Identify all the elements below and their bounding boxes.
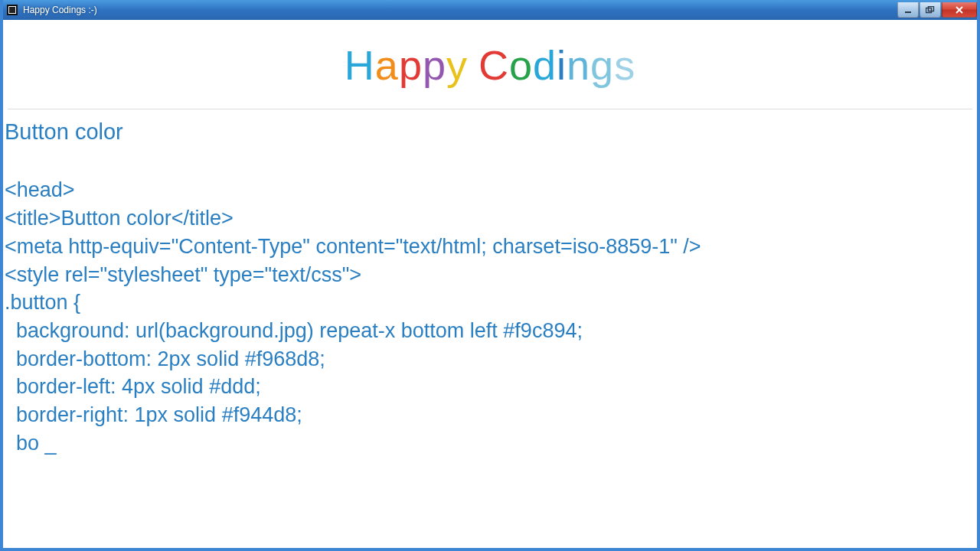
logo-area: HappyCodings [8, 20, 972, 109]
logo-letter: s [614, 41, 635, 89]
logo-letter: g [590, 41, 614, 89]
code-line: <head> [5, 176, 975, 204]
logo-letter: o [509, 41, 533, 89]
logo-letter: d [533, 41, 557, 89]
code-line: <title>Button color</title> [5, 204, 975, 233]
maximize-button[interactable] [920, 2, 941, 18]
titlebar-left: Happy Codings :-) [6, 4, 97, 16]
window-frame: Happy Codings :-) HappyCod [0, 0, 980, 551]
code-line: .button { [5, 289, 975, 317]
logo-letter: i [557, 41, 567, 89]
code-line: border-right: 1px solid #f944d8; [5, 401, 975, 429]
minimize-button[interactable] [897, 2, 919, 18]
svg-rect-2 [9, 7, 15, 13]
logo-letter: y [446, 41, 468, 89]
logo-letter: H [345, 41, 375, 89]
titlebar[interactable]: Happy Codings :-) [3, 0, 977, 20]
close-button[interactable] [942, 2, 977, 18]
code-line: background: url(background.jpg) repeat-x… [5, 317, 975, 345]
client-area: HappyCodings Button color <head> <title>… [3, 20, 977, 548]
code-line: <meta http-equiv="Content-Type" content=… [5, 233, 975, 261]
svg-rect-3 [905, 11, 911, 13]
code-line: border-bottom: 2px solid #f968d8; [5, 345, 975, 373]
logo-letter: p [399, 41, 423, 89]
window-title: Happy Codings :-) [23, 5, 97, 15]
code-line: <style rel="stylesheet" type="text/css"> [5, 261, 975, 289]
app-icon [6, 4, 18, 16]
window-controls [897, 2, 977, 18]
logo-text: HappyCodings [345, 41, 635, 89]
code-line: bo _ [5, 429, 975, 458]
logo-letter: p [423, 41, 446, 89]
logo-letter: C [479, 41, 509, 89]
logo-letter: a [375, 41, 399, 89]
code-line: border-left: 4px solid #ddd; [5, 373, 975, 401]
page-title: Button color [5, 117, 975, 147]
content-area: Button color <head> <title>Button color<… [3, 109, 977, 458]
logo-letter: n [567, 41, 590, 89]
